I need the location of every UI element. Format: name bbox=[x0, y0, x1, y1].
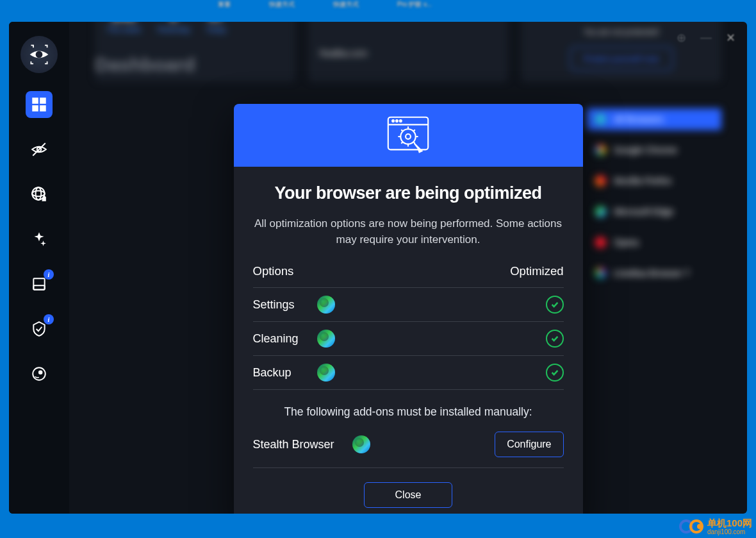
desktop-shortcuts: 莱塞 快捷方式 快捷方式 Pro 护眼 v... bbox=[0, 0, 756, 19]
nav-shield[interactable]: i bbox=[26, 315, 53, 342]
nav-privacy[interactable] bbox=[26, 136, 53, 163]
nav-dashboard[interactable] bbox=[26, 91, 53, 118]
info-badge-icon: i bbox=[44, 269, 54, 280]
watermark-logo-icon bbox=[679, 519, 703, 534]
check-icon bbox=[546, 364, 564, 382]
options-header-label: Options bbox=[253, 264, 294, 278]
svg-rect-4 bbox=[40, 106, 45, 111]
nav-storage[interactable]: i bbox=[26, 271, 53, 298]
modal-title: Your browser are being optimized bbox=[253, 183, 564, 203]
svg-point-16 bbox=[392, 120, 394, 122]
option-row-backup: Backup bbox=[253, 356, 564, 390]
modal-overlay: Your browser are being optimized All opt… bbox=[69, 22, 747, 514]
nav-clean[interactable] bbox=[26, 226, 53, 253]
addon-note: The following add-ons must be installed … bbox=[253, 405, 564, 419]
check-icon bbox=[546, 296, 564, 314]
options-table: Options Optimized Settings Cleaning bbox=[253, 264, 564, 390]
svg-rect-1 bbox=[33, 98, 38, 103]
edge-icon bbox=[317, 330, 335, 348]
edge-icon bbox=[317, 296, 335, 314]
svg-point-17 bbox=[396, 120, 398, 122]
nav-network[interactable] bbox=[26, 181, 53, 208]
modal-banner bbox=[234, 104, 583, 167]
optimized-header-label: Optimized bbox=[510, 264, 563, 278]
svg-point-13 bbox=[38, 371, 42, 375]
svg-rect-3 bbox=[33, 106, 38, 111]
watermark: 单机100网 danji100.com bbox=[679, 518, 752, 536]
svg-point-0 bbox=[36, 51, 43, 58]
app-window: i i ⊕ — ✕ Dashboard All Browsers Google … bbox=[9, 22, 747, 514]
svg-line-6 bbox=[33, 143, 45, 156]
svg-point-8 bbox=[32, 191, 44, 197]
close-button[interactable]: Close bbox=[364, 482, 453, 508]
addon-row-stealth: Stealth Browser Configure bbox=[253, 419, 564, 468]
nav-tools[interactable] bbox=[26, 360, 53, 387]
configure-button[interactable]: Configure bbox=[495, 432, 563, 457]
browser-settings-icon bbox=[383, 113, 433, 158]
svg-rect-10 bbox=[33, 278, 44, 289]
svg-rect-2 bbox=[40, 98, 45, 103]
check-icon bbox=[546, 330, 564, 348]
optimization-modal: Your browser are being optimized All opt… bbox=[234, 104, 583, 514]
modal-subtitle: All optimization options are now being p… bbox=[253, 216, 564, 248]
sidebar: i i bbox=[9, 22, 69, 514]
option-row-settings: Settings bbox=[253, 288, 564, 322]
info-badge-icon: i bbox=[44, 314, 54, 324]
option-row-cleaning: Cleaning bbox=[253, 322, 564, 356]
svg-point-18 bbox=[400, 120, 402, 122]
edge-icon bbox=[317, 364, 335, 382]
edge-icon bbox=[352, 435, 370, 453]
svg-point-9 bbox=[36, 187, 42, 200]
svg-point-19 bbox=[400, 129, 415, 144]
svg-rect-11 bbox=[33, 285, 44, 290]
app-logo bbox=[21, 36, 58, 73]
svg-point-20 bbox=[406, 134, 411, 139]
